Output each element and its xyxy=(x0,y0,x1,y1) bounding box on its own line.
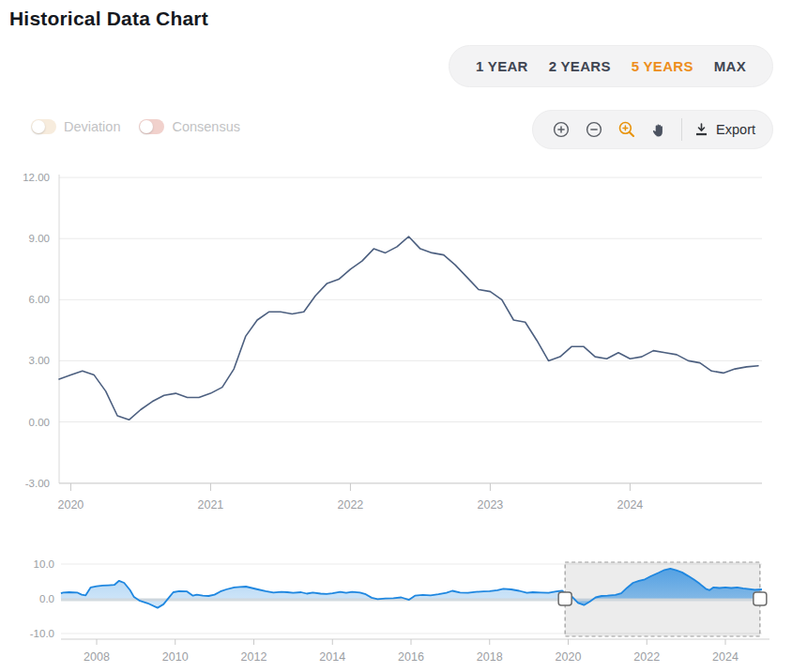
main-y-tick-label: -3.00 xyxy=(25,478,50,489)
main-y-tick-label: 9.00 xyxy=(29,233,50,244)
nav-y-tick-label: -10.0 xyxy=(30,628,54,639)
nav-x-tick-label: 2018 xyxy=(477,650,503,664)
nav-x-tick-label: 2014 xyxy=(319,650,345,664)
range-selector: 1 YEAR 2 YEARS 5 YEARS MAX xyxy=(449,45,773,87)
main-x-tick-label: 2023 xyxy=(478,498,504,512)
main-y-tick-label: 3.00 xyxy=(29,355,50,366)
zoom-selection-icon xyxy=(617,120,636,139)
nav-x-tick-label: 2010 xyxy=(162,650,189,664)
navigator-handle-left[interactable] xyxy=(558,592,571,605)
nav-x-tick-label: 2022 xyxy=(633,650,660,664)
deviation-toggle-group[interactable]: Deviation xyxy=(31,119,120,134)
page-title: Historical Data Chart xyxy=(9,8,208,30)
main-y-tick-label: 6.00 xyxy=(29,294,50,305)
range-button-2-years[interactable]: 2 YEARS xyxy=(545,58,615,74)
legend-toggles: Deviation Consensus xyxy=(31,119,240,134)
nav-x-tick-label: 2020 xyxy=(556,650,582,664)
toolbar-divider xyxy=(681,118,682,141)
download-icon xyxy=(693,122,709,138)
main-x-tick-label: 2020 xyxy=(58,498,84,512)
zoom-out-button[interactable] xyxy=(577,113,610,146)
main-x-tick-label: 2024 xyxy=(617,498,644,512)
zoom-out-icon xyxy=(585,120,603,139)
export-button[interactable]: Export xyxy=(688,122,761,138)
consensus-toggle[interactable] xyxy=(139,119,164,134)
main-y-tick-label: 0.00 xyxy=(29,417,50,428)
main-x-tick-label: 2022 xyxy=(338,498,364,512)
nav-x-tick-label: 2016 xyxy=(398,650,424,664)
nav-y-tick-label: 10.0 xyxy=(34,558,54,570)
consensus-label: Consensus xyxy=(172,119,240,134)
zoom-in-button[interactable] xyxy=(544,113,577,146)
range-button-5-years[interactable]: 5 YEARS xyxy=(628,58,697,74)
export-label: Export xyxy=(716,122,755,137)
consensus-toggle-group[interactable]: Consensus xyxy=(139,119,240,134)
pan-hand-icon xyxy=(650,120,669,139)
nav-x-tick-label: 2012 xyxy=(241,650,267,664)
navigator-handle-right[interactable] xyxy=(754,592,767,605)
deviation-label: Deviation xyxy=(64,119,120,134)
historical-data-chart-page: Historical Data Chart 1 YEAR 2 YEARS 5 Y… xyxy=(0,0,792,672)
pan-button[interactable] xyxy=(643,113,676,146)
deviation-toggle-knob xyxy=(32,120,45,133)
navigator-chart[interactable]: 20082010201220142016201820202022202410.0… xyxy=(0,526,792,672)
deviation-toggle[interactable] xyxy=(31,119,56,134)
nav-x-tick-label: 2024 xyxy=(712,650,739,664)
main-y-tick-label: 12.00 xyxy=(23,172,50,183)
nav-x-tick-label: 2008 xyxy=(84,650,110,664)
nav-y-tick-label: 0.0 xyxy=(39,593,54,604)
range-button-max[interactable]: MAX xyxy=(710,58,750,74)
zoom-selection-button[interactable] xyxy=(610,113,643,146)
range-button-1-year[interactable]: 1 YEAR xyxy=(472,58,532,74)
chart-toolbar: Export xyxy=(532,110,773,149)
consensus-toggle-knob xyxy=(140,120,153,133)
main-series-line xyxy=(59,237,758,420)
zoom-in-icon xyxy=(552,120,571,139)
main-x-tick-label: 2021 xyxy=(198,498,224,512)
